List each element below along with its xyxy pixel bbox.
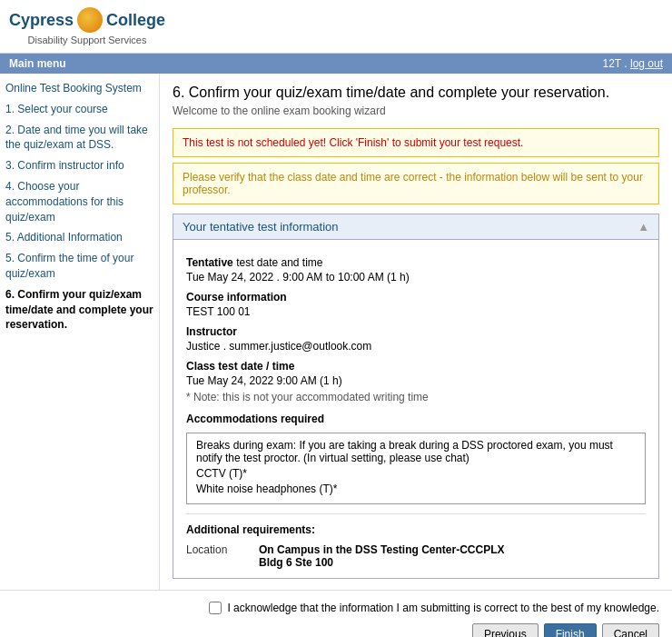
accommodations-section: Accommodations required Breaks during ex… (186, 413, 646, 504)
cancel-button[interactable]: Cancel (602, 623, 659, 637)
instructor-label: Instructor (186, 325, 646, 338)
finish-button[interactable]: Finish (544, 623, 597, 637)
logo-cypress-text: Cypress (9, 11, 74, 30)
main-content: 6. Confirm your quiz/exam time/date and … (160, 74, 672, 590)
alert-not-scheduled: This test is not scheduled yet! Click 'F… (173, 128, 659, 157)
page-subtitle: Welcome to the online exam booking wizar… (173, 105, 659, 117)
test-info-header: Your tentative test information ▲ (173, 214, 658, 240)
alert-verify: Please verify that the class date and ti… (173, 163, 659, 204)
logout-link[interactable]: log out (630, 57, 663, 70)
course-value: TEST 100 01 (186, 305, 646, 318)
accommodations-label: Accommodations required (186, 413, 646, 425)
additional-req-label: Additional requirements: (186, 523, 646, 536)
logo-college-text: College (106, 11, 165, 30)
class-test-value: Tue May 24, 2022 9:00 AM (1 h) (186, 374, 646, 387)
disability-support-label: Disability Support Services (28, 35, 147, 45)
alert-text-2: Please verify that the class date and ti… (183, 171, 649, 196)
course-info-label: Course information (186, 291, 646, 304)
location-line2: Bldg 6 Ste 100 (259, 556, 504, 569)
note-text: * Note: this is not your accommodated wr… (186, 391, 646, 403)
instructor-section: Instructor Justice . summer.justice@outl… (186, 325, 646, 353)
top-navbar: Main menu 12T . log out (0, 54, 672, 74)
sidebar-item-confirm-reservation: 6. Confirm your quiz/exam time/date and … (5, 287, 153, 333)
course-info-section: Course information TEST 100 01 (186, 291, 646, 318)
tentative-label: Tentative test date and time (186, 256, 646, 269)
location-row: Location On Campus in the DSS Testing Ce… (186, 543, 646, 569)
page-title: 6. Confirm your quiz/exam time/date and … (173, 85, 659, 101)
sidebar: Online Test Booking System 1. Select you… (0, 74, 160, 590)
sidebar-item-online-test-booking[interactable]: Online Test Booking System (5, 81, 153, 96)
tentative-date-section: Tentative test date and time Tue May 24,… (186, 256, 646, 284)
user-logout-area: 12T . log out (602, 57, 663, 70)
main-menu-label[interactable]: Main menu (9, 57, 66, 70)
main-layout: Online Test Booking System 1. Select you… (0, 74, 672, 590)
test-info-body: Tentative test date and time Tue May 24,… (173, 240, 658, 578)
page-header: Cypress College Disability Support Servi… (0, 0, 672, 54)
accommodations-box: Breaks during exam: If you are taking a … (186, 433, 646, 504)
acknowledge-checkbox[interactable] (209, 602, 222, 614)
sidebar-item-additional-info[interactable]: 5. Additional Information (5, 230, 153, 245)
class-test-section: Class test date / time Tue May 24, 2022 … (186, 360, 646, 403)
divider (186, 513, 646, 514)
bottom-section: I acknowledge that the information I am … (0, 590, 672, 637)
sidebar-item-confirm-instructor[interactable]: 3. Confirm instructor info (5, 158, 153, 174)
test-info-header-label: Your tentative test information (183, 220, 339, 234)
user-label: 12T (602, 57, 620, 70)
accommodation-item-1: Breaks during exam: If you are taking a … (196, 439, 636, 464)
buttons-row: Previous Finish Cancel (472, 623, 659, 637)
sidebar-item-confirm-time[interactable]: 5. Confirm the time of your quiz/exam (5, 251, 153, 282)
test-info-box: Your tentative test information ▲ Tentat… (173, 214, 659, 579)
scroll-indicator: ▲ (637, 220, 649, 234)
test-date-value: Tue May 24, 2022 . 9:00 AM to 10:00 AM (… (186, 271, 646, 284)
logo-circle-icon (77, 7, 103, 33)
location-line1: On Campus in the DSS Testing Center-CCCP… (259, 543, 504, 556)
class-test-label: Class test date / time (186, 360, 646, 373)
instructor-value: Justice . summer.justice@outlook.com (186, 340, 646, 353)
sidebar-item-select-course[interactable]: 1. Select your course (5, 102, 153, 117)
accommodation-item-2: CCTV (T)* (196, 467, 636, 480)
acknowledge-row: I acknowledge that the information I am … (13, 602, 659, 614)
sidebar-item-accommodations[interactable]: 4. Choose your accommodations for this q… (5, 179, 153, 224)
additional-requirements-section: Additional requirements: Location On Cam… (186, 523, 646, 569)
acknowledge-text: I acknowledge that the information I am … (227, 602, 659, 614)
previous-button[interactable]: Previous (472, 623, 539, 637)
location-label: Location (186, 543, 259, 556)
location-value: On Campus in the DSS Testing Center-CCCP… (259, 543, 504, 569)
sidebar-item-date-time[interactable]: 2. Date and time you will take the quiz/… (5, 123, 153, 154)
alert-text-1: This test is not scheduled yet! Click 'F… (183, 136, 649, 149)
college-logo: Cypress College Disability Support Servi… (9, 7, 165, 45)
accommodation-item-3: White noise headphones (T)* (196, 483, 636, 495)
